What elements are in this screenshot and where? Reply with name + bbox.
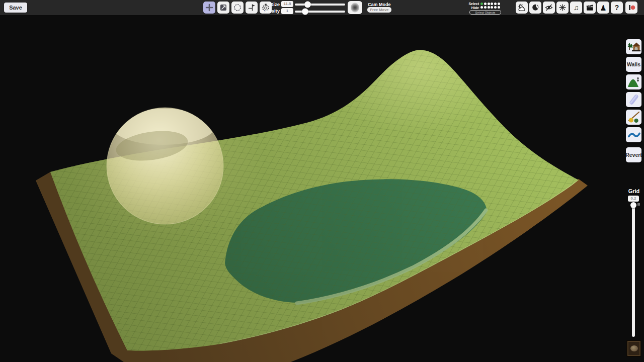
eye-slash-icon — [544, 3, 553, 12]
select-layer-dots[interactable] — [480, 3, 500, 5]
path-tool-button[interactable] — [626, 92, 641, 107]
golf-club-balls-icon — [627, 111, 641, 123]
intensity-label: Intensity — [255, 8, 280, 14]
cross-move-icon — [205, 3, 214, 12]
smooth-tool-button[interactable] — [231, 2, 244, 14]
viewport-3d-canvas[interactable] — [0, 0, 644, 362]
hide-layer-dots[interactable] — [480, 6, 500, 9]
music-note-icon: ♫ — [574, 4, 579, 12]
intensity-slider-thumb[interactable] — [302, 8, 308, 15]
terrain-height-tool-button[interactable] — [626, 74, 641, 89]
grid-slider-tick — [637, 203, 640, 206]
buildings-tool-button[interactable] — [626, 39, 641, 54]
golf-tool-button[interactable] — [626, 110, 641, 125]
clapperboard-icon — [585, 3, 594, 12]
texture-frame — [627, 341, 640, 356]
dashed-circle-icon — [233, 3, 242, 12]
slope-arrow-icon — [219, 3, 228, 12]
brush-sphere — [107, 108, 223, 224]
hide-label: Hide — [455, 6, 479, 10]
intensity-slider[interactable] — [295, 11, 345, 13]
moon-stars-icon — [531, 3, 540, 12]
top-toolbar: Save Size 11.5 Intensity — [0, 0, 644, 16]
help-button[interactable]: ? — [611, 2, 623, 14]
diagonal-stripe-icon — [627, 93, 641, 106]
grid-value-input[interactable]: 0.2 — [628, 196, 639, 202]
terrain-texture-button[interactable] — [626, 340, 641, 357]
size-slider[interactable] — [295, 4, 345, 6]
daylight-button[interactable] — [516, 2, 528, 14]
objects-figure-button[interactable]: ♟ — [597, 2, 609, 14]
brush-falloff-icon — [351, 3, 359, 13]
toggle-grid-lines-button[interactable] — [556, 2, 569, 14]
save-button[interactable]: Save — [4, 3, 27, 13]
slope-tool-button[interactable] — [217, 2, 229, 14]
record-button[interactable] — [625, 2, 637, 14]
night-mode-button[interactable] — [529, 2, 541, 14]
size-slider-thumb[interactable] — [304, 2, 311, 8]
record-icon — [627, 3, 636, 12]
water-wave-icon — [627, 129, 641, 140]
size-value-input[interactable]: 11.5 — [281, 1, 293, 7]
cinematic-button[interactable] — [584, 2, 596, 14]
crossed-asterisk-icon — [558, 3, 567, 12]
stone-texture-icon — [630, 345, 638, 351]
select-objects-button[interactable]: Select Objects — [469, 10, 501, 15]
grid-label: Grid — [624, 188, 644, 194]
water-tool-button[interactable] — [626, 127, 641, 142]
grid-slider-thumb[interactable] — [630, 202, 636, 208]
grid-size-slider[interactable] — [632, 204, 635, 337]
terrain-editor-app: { "colors": { "topbar_bg": "#282828", "v… — [0, 0, 644, 362]
size-label: Size — [255, 2, 280, 7]
sun-cloud-icon — [517, 3, 526, 12]
move-tool-button[interactable] — [203, 2, 215, 14]
mountain-height-icon — [627, 76, 640, 87]
brush-falloff-button[interactable] — [348, 1, 362, 14]
walls-tool-button[interactable]: Walls — [626, 57, 641, 72]
question-mark-icon: ? — [615, 4, 619, 12]
cam-mode-label: Cam Mode — [368, 2, 391, 7]
hide-ui-button[interactable] — [543, 2, 555, 14]
chess-pawn-icon: ♟ — [600, 4, 606, 12]
intensity-value-input[interactable]: 1 — [281, 8, 293, 14]
revert-button[interactable]: Revert — [626, 147, 641, 162]
cam-mode-button[interactable]: Free Move — [367, 7, 391, 13]
select-label: Select — [455, 2, 479, 6]
music-button[interactable]: ♫ — [570, 2, 582, 14]
house-trees-icon — [627, 41, 641, 53]
